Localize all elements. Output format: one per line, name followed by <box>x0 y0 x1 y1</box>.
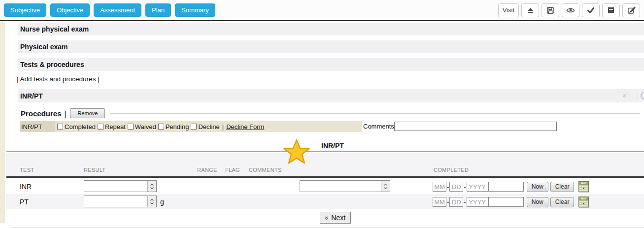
calendar-grid <box>579 200 588 207</box>
col-range: RANGE <box>197 167 217 173</box>
calendar-dot <box>583 203 584 204</box>
inr-result-input[interactable] <box>84 181 147 192</box>
decline-form-link[interactable]: Decline Form <box>226 123 264 131</box>
archive-icon <box>607 6 615 14</box>
tab-subjective[interactable]: Subjective <box>4 3 46 17</box>
year-input[interactable] <box>467 197 488 207</box>
results-title: INR/PT <box>321 142 344 150</box>
calendar-icon[interactable]: MAY <box>578 196 589 207</box>
month-input[interactable] <box>433 182 446 192</box>
pipe: | <box>65 109 67 118</box>
table-row-pt: PT g - - Now Clear MAY <box>6 194 644 209</box>
next-label: Next <box>331 214 345 222</box>
month-input[interactable] <box>433 197 446 207</box>
tab-assessment[interactable]: Assessment <box>94 3 141 17</box>
visit-button[interactable]: Visit <box>498 3 519 17</box>
checkbox-icon[interactable] <box>191 124 197 130</box>
test-name: INR <box>20 183 32 191</box>
calendar-month-label: MAY <box>579 197 588 200</box>
procedures-heading: Procedures | Remove <box>21 108 640 118</box>
day-input[interactable] <box>449 182 463 192</box>
checkbox-repeat[interactable]: Repeat <box>98 123 126 131</box>
section-label: Physical exam <box>20 43 68 51</box>
time-input[interactable] <box>488 182 524 192</box>
clear-button[interactable]: Clear <box>550 197 575 207</box>
collapse-chevron-icon[interactable]: » <box>620 94 629 98</box>
date-dash: - <box>447 183 449 191</box>
inr-result-spinner[interactable] <box>84 180 157 192</box>
checkbox-decline[interactable]: Decline <box>191 123 219 131</box>
results-header: TEST RESULT RANGE FLAG COMMENTS COMPLETE… <box>6 153 644 176</box>
col-completed: COMPLETED <box>434 167 469 173</box>
preview-button[interactable] <box>562 3 579 17</box>
header-bottom-rule <box>6 176 644 178</box>
inr-comments-input[interactable] <box>300 181 381 192</box>
section-label: Tests & procedures <box>20 61 84 68</box>
heading-rule <box>110 113 640 114</box>
checkbox-pending[interactable]: Pending <box>158 123 189 131</box>
calendar-icon[interactable]: MAY <box>578 181 589 192</box>
tab-plan[interactable]: Plan <box>145 3 171 17</box>
time-input[interactable] <box>488 197 524 207</box>
tab-summary[interactable]: Summary <box>175 3 215 17</box>
section-nurse-physical-exam[interactable]: Nurse physical exam <box>18 23 644 35</box>
checkbox-icon[interactable] <box>57 124 63 130</box>
checkbox-icon[interactable] <box>128 124 134 130</box>
procedures-title: Procedures <box>21 109 62 118</box>
checkbox-completed[interactable]: Completed <box>57 123 96 131</box>
fieldset-border <box>20 115 20 121</box>
pt-result-input[interactable] <box>84 196 147 207</box>
eye-icon <box>566 7 575 14</box>
date-dash: - <box>464 183 466 191</box>
section-inr-pt[interactable]: INR/PT » <box>18 89 644 102</box>
spinner-arrows-icon[interactable] <box>147 181 156 192</box>
inr-completed-date: - - Now Clear MAY <box>433 181 589 192</box>
calendar-dot <box>583 188 584 189</box>
eject-icon <box>526 6 535 14</box>
confirm-button[interactable] <box>582 3 600 17</box>
checkbox-icon[interactable] <box>98 124 103 130</box>
col-comments: COMMENTS <box>249 167 282 173</box>
now-button[interactable]: Now <box>527 197 548 207</box>
compose-icon <box>627 6 636 14</box>
add-tests-link[interactable]: Add tests and procedures <box>20 75 96 83</box>
section-controls: » <box>623 89 644 102</box>
year-input[interactable] <box>467 182 488 192</box>
pipe-left: | <box>17 75 19 83</box>
remove-button[interactable]: Remove <box>70 108 105 118</box>
archive-button[interactable] <box>602 3 620 17</box>
section-tests-procedures[interactable]: Tests & procedures <box>18 58 644 71</box>
checkbox-label: Repeat <box>105 123 126 131</box>
pipe-right: | <box>98 75 100 83</box>
checkbox-label: Completed <box>65 123 96 131</box>
col-flag: FLAG <box>225 167 240 173</box>
eject-button[interactable] <box>521 3 539 17</box>
top-toolbar: Subjective Objective Assessment Plan Sum… <box>0 0 644 21</box>
soap-note-page: Subjective Objective Assessment Plan Sum… <box>0 0 644 229</box>
pt-completed-date: - - Now Clear MAY <box>433 196 589 207</box>
save-button[interactable] <box>542 3 559 17</box>
spinner-arrows-icon[interactable] <box>381 181 390 192</box>
check-icon <box>587 7 595 14</box>
now-button[interactable]: Now <box>527 182 548 192</box>
procedure-status-row: INR/PT Completed Repeat Waived Pending D… <box>20 121 362 132</box>
inr-comments-spinner[interactable] <box>300 180 390 192</box>
star-icon <box>282 139 311 166</box>
spinner-arrows-icon[interactable] <box>147 196 156 207</box>
day-input[interactable] <box>449 197 463 207</box>
procedure-name: INR/PT <box>20 121 55 132</box>
procedure-comments-input[interactable] <box>394 122 557 131</box>
checkbox-icon[interactable] <box>158 124 164 130</box>
clear-button[interactable]: Clear <box>550 182 575 192</box>
pt-result-spinner[interactable] <box>84 196 157 207</box>
section-physical-exam[interactable]: Physical exam <box>18 40 644 53</box>
compose-button[interactable] <box>622 3 640 17</box>
section-label: Nurse physical exam <box>20 25 89 33</box>
next-button[interactable]: » Next <box>320 212 351 224</box>
calendar-grid <box>579 185 588 192</box>
checkbox-waived[interactable]: Waived <box>128 123 156 131</box>
test-name: PT <box>20 198 29 206</box>
tab-objective[interactable]: Objective <box>50 3 90 17</box>
col-test: TEST <box>20 167 34 173</box>
checkbox-label: Pending <box>166 123 189 131</box>
